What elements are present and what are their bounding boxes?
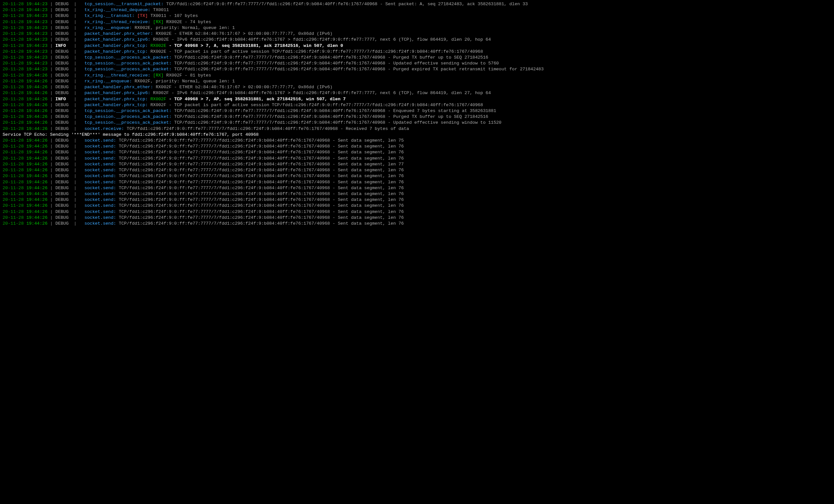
log-separator: |	[71, 197, 85, 202]
log-level: DEBUG	[56, 31, 71, 36]
log-separator: |	[71, 67, 85, 72]
log-time: 19:44:23	[26, 55, 48, 60]
log-message-segment: RX002F - 81 bytes	[163, 73, 211, 78]
log-message-segment: TCP/fdd1:c296:f24f:9:0:ff:fe77:7777/7/fd…	[116, 168, 404, 173]
log-separator: |	[48, 162, 56, 167]
log-date: 20-11-28	[3, 168, 24, 173]
log-line: 20-11-28 19:44:23 | DEBUG | packet_handl…	[3, 49, 831, 55]
log-level: DEBUG	[56, 55, 71, 60]
log-separator: |	[48, 20, 56, 24]
log-time: 19:44:26	[26, 168, 48, 173]
log-message-segment: TCP/fdd1:c296:f24f:9:0:ff:fe77:7777/7/fd…	[116, 215, 404, 220]
log-level: DEBUG	[56, 7, 71, 13]
log-logger: socket.send:	[84, 168, 116, 173]
log-line: 20-11-28 19:44:23 | DEBUG | rx_ring.__th…	[3, 19, 831, 25]
log-time: 19:44:26	[26, 126, 48, 131]
log-separator: |	[48, 79, 56, 84]
log-line: 20-11-28 19:44:26 | DEBUG | socket.send:…	[3, 150, 831, 155]
log-separator: |	[48, 31, 56, 36]
log-level: DEBUG	[56, 221, 71, 226]
log-logger: rx_ring.__thread_receive:	[84, 73, 151, 78]
log-separator: |	[71, 73, 85, 78]
log-separator: |	[71, 97, 85, 101]
log-message-segment: TCP/fdd1:c296:f24f:9:0:ff:fe77:7777/7/fd…	[116, 197, 404, 202]
log-separator: |	[48, 25, 56, 30]
log-line: 20-11-28 19:44:26 | DEBUG | socket.send:…	[3, 185, 831, 191]
log-separator: |	[48, 215, 56, 220]
log-logger: socket.receive:	[84, 126, 124, 131]
log-separator: |	[48, 209, 56, 214]
log-logger: socket.send:	[84, 150, 116, 155]
log-message-segment: RX002F - IPv6 fdd1:c296:f24f:9:b084:40ff…	[151, 91, 491, 95]
log-message-segment: TCP/fdd1:c296:f24f:9:0:ff:fe77:7777/7/fd…	[116, 162, 404, 167]
log-separator: |	[48, 180, 56, 185]
log-logger: tcp_session.__transmit_packet:	[84, 2, 163, 6]
log-date: 20-11-28	[3, 102, 24, 108]
log-message-segment: TCP/fdd1:c296:f24f:9:0:ff:fe77:7777/7/fd…	[172, 114, 488, 119]
log-line: 20-11-28 19:44:23 | DEBUG | tcp_session.…	[3, 55, 831, 61]
log-level: DEBUG	[56, 186, 71, 190]
log-message-segment: RX002F, priority: Normal, queue len: 1	[132, 79, 235, 84]
log-time: 19:44:26	[26, 97, 48, 101]
log-line: 20-11-28 19:44:23 | DEBUG | tcp_session.…	[3, 66, 831, 72]
log-separator: |	[71, 2, 85, 6]
log-level: DEBUG	[56, 156, 71, 161]
log-date: 20-11-28	[3, 138, 24, 143]
log-date: 20-11-28	[3, 13, 24, 18]
log-separator: |	[71, 55, 85, 60]
log-separator: |	[71, 138, 85, 143]
log-logger: packet_handler.phrx_tcp:	[84, 43, 148, 48]
log-level: DEBUG	[56, 37, 71, 42]
log-level: DEBUG	[56, 126, 71, 131]
log-separator: |	[48, 2, 56, 6]
log-separator: |	[71, 61, 85, 66]
log-level: DEBUG	[56, 2, 71, 6]
log-separator: |	[71, 168, 85, 173]
log-message-segment: TCP/fdd1:c296:f24f:9:0:ff:fe77:7777/7/fd…	[116, 186, 404, 190]
log-separator: |	[71, 114, 85, 119]
log-logger: tx_ring.__transmit:	[84, 13, 135, 18]
log-date: 20-11-28	[3, 221, 24, 226]
log-logger: packet_handler.phrx_ipv6:	[84, 37, 151, 42]
log-message-segment: TCP/fdd1:c296:f24f:9:0:ff:fe77:7777/7/fd…	[172, 109, 496, 113]
log-separator: |	[71, 156, 85, 161]
log-date: 20-11-28	[3, 37, 24, 42]
log-line: 20-11-28 19:44:26 | DEBUG | packet_handl…	[3, 102, 831, 108]
log-line: 20-11-28 19:44:23 | DEBUG | tx_ring.__tr…	[3, 13, 831, 19]
log-logger: tcp_session.__process_ack_packet:	[84, 67, 171, 72]
log-separator: |	[48, 168, 56, 173]
log-logger: packet_handler.phrx_ether:	[84, 31, 153, 36]
log-separator: |	[71, 144, 85, 149]
log-logger: packet_handler.phrx_ipv6:	[84, 91, 151, 95]
log-line: Service TCP Echo: Sending '***END***' me…	[3, 132, 831, 138]
log-raw-text: Service TCP Echo: Sending '***END***' me…	[3, 132, 259, 137]
log-separator: |	[48, 174, 56, 178]
log-message-segment: TCP/fdd1:c296:f24f:9:0:ff:fe77:7777/7/fd…	[172, 61, 499, 66]
log-time: 19:44:26	[26, 73, 48, 78]
log-date: 20-11-28	[3, 73, 24, 78]
log-message-segment: RX002E - 74 bytes	[163, 20, 211, 24]
log-time: 19:44:23	[26, 7, 48, 13]
log-logger: packet_handler.phrx_tcp:	[84, 97, 148, 101]
log-date: 20-11-28	[3, 61, 24, 66]
log-separator: |	[71, 174, 85, 178]
log-separator: |	[71, 31, 85, 36]
log-logger: socket.send:	[84, 209, 116, 214]
log-message-segment: TCP/fdd1:c296:f24f:9:0:ff:fe77:7777/7/fd…	[163, 2, 528, 6]
log-separator: |	[71, 13, 85, 18]
log-level: DEBUG	[56, 150, 71, 155]
log-message-segment: RX002E, priority: Normal, queue len: 1	[132, 25, 235, 30]
log-level: DEBUG	[56, 20, 71, 24]
log-date: 20-11-28	[3, 186, 24, 190]
log-message-segment: TCP/fdd1:c296:f24f:9:0:ff:fe77:7777/7/fd…	[116, 180, 404, 185]
log-date: 20-11-28	[3, 180, 24, 185]
log-level: DEBUG	[56, 144, 71, 149]
log-line: 20-11-28 19:44:26 | DEBUG | tcp_session.…	[3, 114, 831, 120]
log-logger: rx_ring.__enqueue:	[84, 25, 132, 30]
log-time: 19:44:23	[26, 49, 48, 54]
log-date: 20-11-28	[3, 150, 24, 155]
log-date: 20-11-28	[3, 144, 24, 149]
log-line: 20-11-28 19:44:26 | DEBUG | packet_handl…	[3, 84, 831, 90]
log-logger: tcp_session.__process_ack_packet:	[84, 120, 171, 125]
log-level: DEBUG	[56, 91, 71, 95]
